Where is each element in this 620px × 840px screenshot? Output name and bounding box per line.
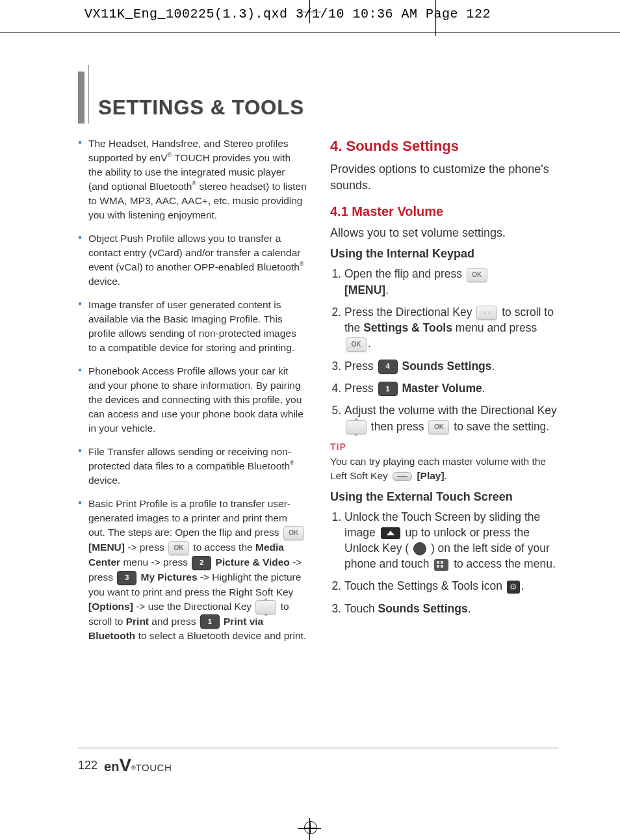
heading-sounds-settings: 4. Sounds Settings <box>330 137 559 156</box>
text: to access the menu. <box>450 557 555 570</box>
options-label: [Options] <box>88 601 133 612</box>
key-3-icon: 3 <box>117 571 136 585</box>
text: to save the setting. <box>450 420 549 433</box>
unlock-key-icon <box>413 542 426 555</box>
step-external-1: Unlock the Touch Screen by sliding the i… <box>344 509 559 572</box>
bullet-opp: Object Push Profile allows you to transf… <box>78 231 307 289</box>
bullet-basic-print: Basic Print Profile is a profile to tran… <box>78 497 307 643</box>
title-accent-line <box>88 65 89 124</box>
text: and press <box>149 616 199 627</box>
sounds-settings-body: Provides options to customize the phone'… <box>330 161 559 194</box>
text: Adjust the volume with the Directional K… <box>344 404 557 417</box>
ok-key-icon: OK <box>283 526 304 540</box>
step-internal-4: Press 1 Master Volume. <box>344 380 559 396</box>
slide-up-icon <box>381 527 400 539</box>
left-column: The Headset, Handsfree, and Stereo profi… <box>78 137 307 652</box>
master-volume-label: Master Volume <box>402 382 482 395</box>
text: device. <box>88 276 120 287</box>
text: . <box>445 470 447 481</box>
ok-key-icon: OK <box>168 541 189 555</box>
text: Open the flip and press <box>344 267 465 280</box>
ok-key-icon: OK <box>428 420 449 434</box>
master-volume-body: Allows you to set volume settings. <box>330 225 559 241</box>
brand-touch: TOUCH <box>136 762 172 773</box>
text: . <box>468 602 471 615</box>
text: . <box>492 360 495 373</box>
text: to access the <box>190 542 255 553</box>
tip-label: TIP <box>330 441 559 453</box>
left-soft-key-icon <box>393 472 412 481</box>
page-title: SETTINGS & TOOLS <box>98 96 304 120</box>
directional-key-icon <box>346 420 367 434</box>
text: Press <box>344 382 377 395</box>
text: Touch the Settings & Tools icon <box>344 579 506 592</box>
text: Press the Directional Key <box>344 306 475 319</box>
bullet-image-transfer: Image transfer of user generated content… <box>78 298 307 355</box>
crop-header: VX11K_Eng_100225(1.3).qxd 3/1/10 10:36 A… <box>84 7 491 21</box>
directional-key-lr-icon <box>476 306 497 320</box>
text: Touch <box>344 602 378 615</box>
menu-grid-icon <box>434 559 448 571</box>
crop-mark <box>0 33 620 33</box>
menu-label: [MENU] <box>88 542 125 553</box>
title-accent-bar <box>78 72 84 124</box>
crop-marks-bottom <box>0 801 620 840</box>
my-pictures-label: My Pictures <box>141 571 198 583</box>
brand-en: en <box>104 759 119 774</box>
tip-body: You can try playing each master volume w… <box>330 454 559 482</box>
key-1-icon: 1 <box>200 614 220 629</box>
crop-mark <box>435 0 436 36</box>
heading-master-volume: 4.1 Master Volume <box>330 203 559 221</box>
heading-internal-keypad: Using the Internal Keypad <box>330 246 559 262</box>
registered-mark: ® <box>290 460 294 466</box>
key-2-icon: 2 <box>192 556 211 570</box>
text: . <box>368 337 371 350</box>
page-number: 122 <box>78 759 97 772</box>
text: Object Push Profile allows you to transf… <box>88 233 301 272</box>
bullet-headset: The Headset, Handsfree, and Stereo profi… <box>78 137 307 222</box>
step-internal-3: Press 4 Sounds Settings. <box>344 358 559 374</box>
text: . <box>385 283 389 296</box>
ok-key-icon: OK <box>467 268 487 282</box>
text: menu -> press <box>120 557 190 568</box>
print-label: Print <box>126 616 149 627</box>
settings-tools-label: Settings & Tools <box>363 321 452 334</box>
directional-key-icon <box>255 600 276 614</box>
step-internal-1: Open the flip and press OK [MENU]. <box>344 266 559 298</box>
sounds-settings-label: Sounds Settings <box>378 602 468 615</box>
text: Press <box>344 360 377 373</box>
bullet-phonebook: Phonebook Access Profile allows your car… <box>78 364 307 436</box>
section-title-row: SETTINGS & TOOLS <box>78 65 559 124</box>
text: menu and press <box>452 321 537 334</box>
brand-v: V <box>119 755 131 776</box>
text: -> use the Directional Key <box>133 601 255 612</box>
right-column: 4. Sounds Settings Provides options to c… <box>330 137 559 652</box>
step-external-2: Touch the Settings & Tools icon . <box>344 578 559 594</box>
text: File Transfer allows sending or receivin… <box>88 446 291 471</box>
page-footer: 122 enV®TOUCH <box>78 748 559 776</box>
text: . <box>521 579 524 592</box>
crop-mark <box>298 12 321 12</box>
heading-external-touch: Using the External Touch Screen <box>330 489 559 505</box>
text: to select a Bluetooth device and print. <box>135 630 306 641</box>
text: . <box>482 382 485 395</box>
ok-key-icon: OK <box>346 337 367 352</box>
text: device. <box>88 475 120 486</box>
text: Basic Print Profile is a profile to tran… <box>88 498 291 538</box>
step-internal-2: Press the Directional Key to scroll to t… <box>344 304 559 352</box>
play-label: [Play] <box>417 470 444 481</box>
sounds-settings-label: Sounds Settings <box>402 360 491 373</box>
registered-mark: ® <box>300 261 304 267</box>
settings-tools-icon <box>507 581 520 594</box>
key-1-icon: 1 <box>378 382 398 396</box>
step-external-3: Touch Sounds Settings. <box>344 601 559 616</box>
step-internal-5: Adjust the volume with the Directional K… <box>344 402 559 434</box>
bullet-file-transfer: File Transfer allows sending or receivin… <box>78 445 307 488</box>
text: -> press <box>125 542 167 553</box>
menu-label: [MENU] <box>344 283 385 296</box>
registered-mark: ® <box>131 765 136 771</box>
picture-video-label: Picture & Video <box>216 557 290 568</box>
brand-logo: enV®TOUCH <box>104 755 172 776</box>
text: then press <box>368 420 427 433</box>
key-4-icon: 4 <box>378 360 398 374</box>
